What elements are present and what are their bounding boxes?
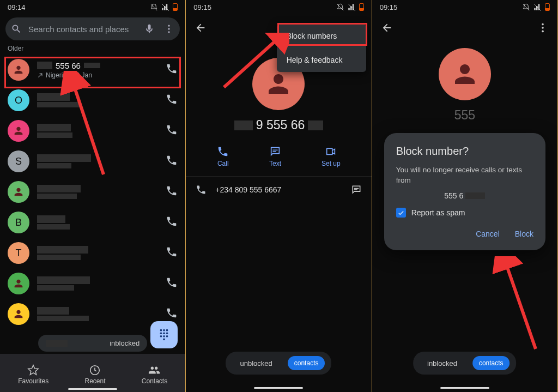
- avatar: S: [8, 150, 29, 172]
- person-icon: [13, 278, 25, 290]
- setup-action[interactable]: Set up: [322, 146, 341, 167]
- phone-number-row[interactable]: +234 809 555 6667: [186, 177, 371, 203]
- row-sub: Nigeria • 16 Jan: [37, 71, 158, 79]
- tab-favourites[interactable]: Favourites: [18, 364, 48, 385]
- call-button[interactable]: [166, 185, 178, 199]
- call-button[interactable]: [166, 93, 178, 107]
- menu-block-numbers[interactable]: Block numbers: [277, 24, 366, 48]
- message-icon[interactable]: [351, 184, 362, 195]
- action-row: Call Text Set up: [186, 142, 371, 177]
- search-bar[interactable]: Search contacts and places: [5, 17, 180, 40]
- signal-icon: [533, 3, 542, 11]
- mic-icon[interactable]: [144, 23, 155, 34]
- avatar: T: [8, 242, 29, 264]
- status-bar: 09:15: [186, 0, 371, 14]
- message-icon: [269, 146, 281, 158]
- battery-icon: [359, 3, 364, 11]
- call-button[interactable]: [166, 307, 178, 321]
- dialog-number: 555 6: [396, 191, 533, 200]
- search-placeholder: Search contacts and places: [28, 25, 137, 34]
- call-button[interactable]: [166, 246, 178, 260]
- redacted: [84, 63, 100, 68]
- avatar: B: [8, 212, 29, 233]
- phone-icon: [196, 184, 207, 195]
- older-header: Older: [8, 45, 178, 52]
- snackbar-action[interactable]: contacts: [288, 356, 325, 370]
- text-action[interactable]: Text: [269, 146, 281, 167]
- back-icon[interactable]: [381, 22, 393, 34]
- person-icon: [450, 59, 480, 89]
- call-button[interactable]: [166, 276, 178, 291]
- call-button[interactable]: [166, 63, 178, 77]
- phone-2-context-menu: 09:15 9 555 66 Call Text Set up: [186, 0, 372, 392]
- dialog-body: You will no longer receive calls or text…: [396, 165, 533, 186]
- menu-help-feedback[interactable]: Help & feedback: [277, 48, 366, 72]
- signal-icon: [161, 3, 169, 11]
- star-icon: [27, 364, 39, 376]
- phone-3-block-dialog: 09:15 555 Block number? You will no long…: [372, 0, 558, 392]
- outgoing-icon: [37, 72, 44, 79]
- block-button[interactable]: Block: [515, 230, 533, 238]
- detail-header: [372, 14, 557, 37]
- tab-contacts[interactable]: Contacts: [142, 364, 167, 385]
- person-icon: [13, 64, 25, 76]
- clock-text: 09:14: [8, 3, 26, 11]
- row-main: 555 66 Nigeria • 16 Jan: [37, 61, 158, 79]
- person-icon: [264, 69, 293, 99]
- nav-home-pill[interactable]: [254, 387, 303, 389]
- call-button[interactable]: [166, 124, 178, 138]
- cancel-button[interactable]: Cancel: [476, 230, 500, 238]
- block-dialog: Block number? You will no longer receive…: [384, 133, 545, 250]
- contact-number-display: 9 555 66: [186, 118, 371, 132]
- phone-icon: [217, 146, 229, 158]
- checkbox-icon: [396, 208, 406, 218]
- snackbar-action[interactable]: contacts: [472, 356, 510, 370]
- clock-text: 09:15: [193, 3, 211, 11]
- avatar: [8, 181, 29, 203]
- snackbar: unblocked contacts: [226, 352, 331, 375]
- avatar: [8, 120, 29, 142]
- more-icon[interactable]: [163, 23, 174, 34]
- clock-text: 09:15: [380, 3, 398, 11]
- back-icon[interactable]: [195, 22, 207, 34]
- status-bar: 09:15: [372, 0, 557, 14]
- call-log-row[interactable]: B: [0, 207, 185, 238]
- row-title: 555 66: [37, 61, 158, 70]
- avatar: [8, 303, 29, 325]
- call-log-row[interactable]: S: [0, 146, 185, 177]
- svg-line-16: [506, 263, 536, 349]
- nav-home-pill[interactable]: [440, 387, 489, 389]
- tab-recent[interactable]: Recent: [84, 364, 105, 385]
- dnd-off-icon: [150, 3, 158, 11]
- more-icon[interactable]: [537, 22, 549, 34]
- battery-icon: [545, 3, 550, 11]
- call-log-row[interactable]: T: [0, 238, 185, 268]
- clock-icon: [89, 364, 101, 376]
- nav-home-pill[interactable]: [68, 388, 117, 390]
- battery-icon: [173, 3, 178, 11]
- status-icons: [150, 3, 178, 11]
- annotation-arrow: [487, 256, 547, 354]
- report-spam-checkbox[interactable]: Report as spam: [396, 208, 533, 218]
- call-action[interactable]: Call: [217, 146, 229, 167]
- call-button[interactable]: [166, 215, 178, 230]
- call-button[interactable]: [166, 154, 178, 168]
- person-icon: [13, 125, 25, 137]
- dnd-off-icon: [522, 3, 530, 11]
- people-icon: [148, 364, 160, 376]
- call-log-row[interactable]: [0, 177, 185, 207]
- video-icon: [325, 146, 337, 158]
- avatar: O: [8, 89, 29, 111]
- call-log-row[interactable]: O: [0, 85, 185, 116]
- avatar: [8, 59, 29, 81]
- call-log-row[interactable]: 555 66 Nigeria • 16 Jan: [0, 55, 185, 85]
- signal-icon: [348, 3, 356, 11]
- status-bar: 09:14: [0, 0, 185, 14]
- snackbar: inblocked: [38, 335, 147, 352]
- phone-1-recents: 09:14 Search contacts and places Older 5…: [0, 0, 186, 392]
- bottom-nav: Favourites Recent Contacts: [0, 354, 185, 392]
- call-log-row[interactable]: [0, 116, 185, 146]
- call-log-row[interactable]: [0, 268, 185, 299]
- dialpad-fab[interactable]: [150, 321, 178, 348]
- dnd-off-icon: [336, 3, 344, 11]
